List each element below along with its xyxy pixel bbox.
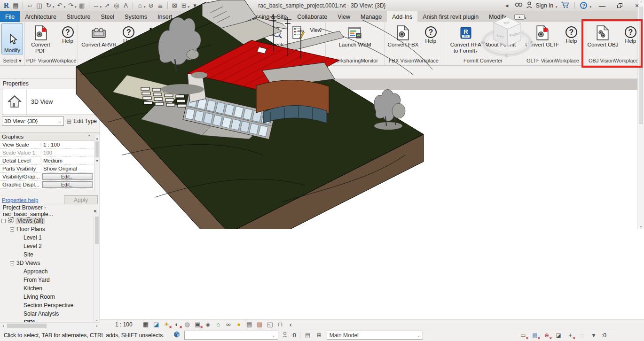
- tree-item-approach[interactable]: Approach: [0, 267, 100, 276]
- scroll-right-icon[interactable]: ›: [94, 323, 100, 329]
- collapse-node-icon[interactable]: −: [10, 261, 14, 265]
- design-option-select[interactable]: Main Model ⌄: [327, 331, 423, 340]
- search-icon[interactable]: [515, 1, 523, 9]
- worksharing-display-icon[interactable]: ▤: [304, 332, 312, 339]
- editing-requests-icon[interactable]: [282, 332, 288, 339]
- tree-item-kitchen[interactable]: Kitchen: [0, 284, 100, 293]
- view-scale[interactable]: 1 : 100: [115, 321, 133, 328]
- rendering-dialog-icon[interactable]: ◍: [183, 320, 191, 328]
- reveal-constraints-icon[interactable]: ⊓: [276, 320, 284, 328]
- tree-item-site[interactable]: Site: [0, 250, 100, 259]
- panel-obj-visionworkplace: Convert OBJ ? Help OBJ VisionWorkplace: [583, 22, 644, 65]
- collapse-bar-icon[interactable]: ‹: [287, 320, 295, 328]
- revit-logo-icon[interactable]: R: [2, 1, 11, 10]
- viewcube-west[interactable]: W: [481, 40, 485, 45]
- design-options-icon[interactable]: ⊞: [315, 332, 323, 339]
- tree-item-level-2[interactable]: Level 2: [0, 242, 100, 250]
- tree-item-solar-analysis[interactable]: Solar Analysis: [0, 310, 100, 318]
- user-icon[interactable]: [526, 1, 533, 10]
- reveal-hidden-elements-icon[interactable]: ●: [235, 320, 243, 328]
- section-icon[interactable]: ⊘: [147, 1, 156, 10]
- convert-obj-button[interactable]: Convert OBJ: [587, 23, 620, 48]
- toolbar-separator: [133, 2, 133, 9]
- temporary-view-properties-icon[interactable]: ▤: [245, 320, 253, 328]
- toolbar-separator: [574, 2, 575, 9]
- detail-level-icon[interactable]: ▦: [142, 320, 150, 328]
- sun-path-icon[interactable]: ☀×: [163, 320, 171, 328]
- tree-item-from-yard[interactable]: From Yard: [0, 276, 100, 284]
- browser-vertical-scrollbar[interactable]: ⌄: [94, 216, 100, 323]
- browser-tree: − Views (all) − Floor Plans Level 1 Leve…: [0, 216, 100, 323]
- chevron-down-icon[interactable]: ▾: [188, 5, 190, 9]
- chevron-down-icon[interactable]: ▾: [75, 5, 77, 9]
- synchronize-icon[interactable]: ↻: [44, 1, 53, 10]
- app-store-cart-icon[interactable]: [561, 1, 569, 10]
- chevron-down-icon[interactable]: ▾: [556, 5, 558, 9]
- svg-text:TOP: TOP: [503, 21, 510, 25]
- browser-horizontal-scrollbar[interactable]: ‹ ›: [0, 322, 100, 329]
- locked-3d-view-icon[interactable]: ⌂: [214, 320, 222, 328]
- tree-item-3d-views[interactable]: − 3D Views: [0, 259, 100, 267]
- restore-button[interactable]: [613, 0, 627, 11]
- chevron-down-icon[interactable]: ▾: [100, 5, 102, 9]
- close-inactive-windows-icon[interactable]: ⊠: [170, 1, 179, 10]
- measure-icon[interactable]: ↔: [92, 1, 101, 10]
- crop-region-icon[interactable]: ◈: [204, 320, 212, 328]
- drag-on-selection-icon[interactable]: +×: [566, 332, 574, 339]
- viewcube-east[interactable]: E: [530, 40, 533, 45]
- chevron-down-icon[interactable]: ▾: [589, 5, 591, 9]
- minimize-button[interactable]: —: [595, 0, 609, 11]
- select-underlay-icon[interactable]: ▨×: [531, 332, 539, 339]
- undo-icon[interactable]: ↶: [55, 1, 64, 10]
- design-option-value: Main Model: [330, 332, 359, 339]
- save-icon[interactable]: ◫: [35, 1, 44, 10]
- tree-item-living-room[interactable]: Living Room: [0, 293, 100, 301]
- viewcube[interactable]: W S E TOP LEFT FRONT: [481, 17, 533, 58]
- thin-lines-icon[interactable]: ≣: [156, 1, 165, 10]
- tree-item-level-1[interactable]: Level 1: [0, 233, 100, 242]
- chevron-down-icon[interactable]: ▾: [64, 5, 66, 9]
- print-icon[interactable]: ▥: [78, 1, 86, 10]
- help-icon[interactable]: ?: [580, 2, 587, 9]
- sign-in-button[interactable]: Sign In: [536, 2, 553, 9]
- tree-item-section-perspective[interactable]: Section Perspective: [0, 301, 100, 310]
- scroll-left-icon[interactable]: ‹: [0, 323, 7, 329]
- chevron-down-icon: ⌄: [272, 333, 275, 338]
- switch-windows-icon[interactable]: ⊞: [180, 1, 188, 10]
- select-by-face-icon[interactable]: ◪: [555, 332, 562, 339]
- properties-palette-icon[interactable]: ▤: [11, 1, 20, 10]
- scrollbar-thumb[interactable]: [7, 324, 47, 328]
- select-pinned-icon[interactable]: ⊕×: [543, 332, 550, 339]
- open-icon[interactable]: ▱: [25, 1, 34, 10]
- displacement-sets-icon[interactable]: ◱: [266, 320, 274, 328]
- chevron-down-icon: ⌄: [416, 333, 420, 338]
- tree-item-label: Section Perspective: [24, 302, 73, 309]
- customize-qat-icon[interactable]: ▾: [190, 1, 199, 10]
- close-button[interactable]: ×: [630, 0, 644, 11]
- aligned-dimension-icon[interactable]: ↗: [102, 1, 111, 10]
- gltf-help-button[interactable]: ? Help: [562, 23, 581, 45]
- search-collapse-icon[interactable]: ◂: [503, 1, 511, 10]
- crop-view-icon[interactable]: ▣×: [194, 320, 202, 328]
- viewcube-south[interactable]: S: [505, 54, 508, 58]
- analytical-model-icon[interactable]: ▥: [256, 320, 264, 328]
- tree-item-label: Kitchen: [24, 285, 42, 292]
- temporary-hide-isolate-icon[interactable]: ∞: [225, 320, 233, 328]
- chevron-down-icon[interactable]: ▾: [144, 5, 146, 9]
- text-icon[interactable]: A: [121, 1, 130, 10]
- worksets-icon[interactable]: [173, 331, 181, 340]
- 3d-scene[interactable]: W S E TOP LEFT FRONT: [0, 0, 544, 229]
- redo-icon[interactable]: ↷: [66, 1, 75, 10]
- filters-icon[interactable]: ▼: [590, 332, 597, 339]
- tag-icon[interactable]: ◎: [112, 1, 121, 10]
- default-3d-view-icon[interactable]: ⌂: [135, 1, 144, 10]
- selection-options-icon[interactable]: ◌: [578, 332, 586, 339]
- chevron-down-icon[interactable]: ▾: [53, 5, 55, 9]
- drawing-area[interactable]: W S E TOP LEFT FRONT ⌃ ⌄: [0, 0, 544, 229]
- active-workset-select[interactable]: ⌄: [184, 331, 278, 340]
- select-links-icon[interactable]: ▭×: [519, 332, 527, 339]
- visual-style-icon[interactable]: ◪: [152, 320, 160, 328]
- tree-item-label: Level 1: [24, 234, 42, 241]
- shadows-icon[interactable]: ◐×: [173, 320, 181, 328]
- toolbar-separator: [89, 2, 89, 9]
